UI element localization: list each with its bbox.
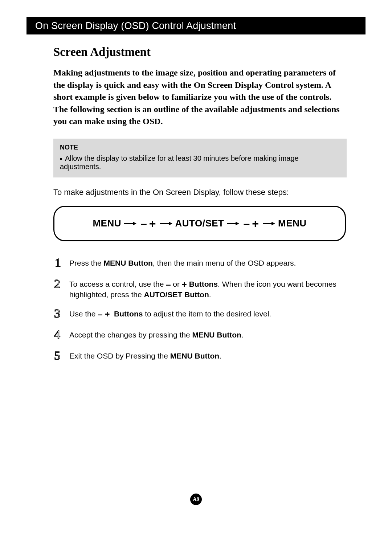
flow-diagram: MENU – + AUTO/SET – + MENU xyxy=(53,206,346,241)
note-text: Allow the display to stabilize for at le… xyxy=(60,154,340,171)
steps-list: 1 Press the MENU Button, then the main m… xyxy=(53,256,347,363)
bullet-icon xyxy=(60,158,62,160)
intro-paragraph: Making adjustments to the image size, po… xyxy=(53,67,347,128)
step-number-4-icon: 4 xyxy=(53,328,67,342)
content-area: Screen Adjustment Making adjustments to … xyxy=(53,45,347,370)
flow-menu-2: MENU xyxy=(278,218,307,229)
svg-text:2: 2 xyxy=(54,277,60,290)
step-number-3-icon: 3 xyxy=(53,307,67,321)
step-number-1-icon: 1 xyxy=(53,256,67,270)
svg-text:3: 3 xyxy=(54,307,60,320)
plus-icon: + xyxy=(252,218,259,229)
step-1: 1 Press the MENU Button, then the main m… xyxy=(53,256,347,270)
svg-marker-5 xyxy=(236,222,239,225)
step-4-text: Accept the changes by pressing the MENU … xyxy=(69,328,244,340)
plus-icon: + xyxy=(182,279,187,289)
minus-icon: – xyxy=(98,309,102,319)
section-title: Screen Adjustment xyxy=(53,45,347,59)
note-box: NOTE Allow the display to stabilize for … xyxy=(53,139,347,177)
page-number: A8 xyxy=(190,494,202,505)
svg-marker-1 xyxy=(133,222,136,225)
step-2: 2 To access a control, use the – or + Bu… xyxy=(53,277,347,300)
step-3: 3 Use the – + Buttons to adjust the item… xyxy=(53,307,347,321)
step-2-text: To access a control, use the – or + Butt… xyxy=(69,277,347,300)
step-3-text: Use the – + Buttons to adjust the item t… xyxy=(69,307,271,319)
step-number-2-icon: 2 xyxy=(53,277,67,291)
plus-icon: + xyxy=(149,218,156,229)
note-content: Allow the display to stabilize for at le… xyxy=(60,154,299,171)
step-5-text: Exit the OSD by Pressing the MENU Button… xyxy=(69,349,221,361)
minus-icon: – xyxy=(243,218,250,229)
step-number-5-icon: 5 xyxy=(53,349,67,363)
svg-marker-7 xyxy=(271,222,275,225)
svg-text:4: 4 xyxy=(54,328,60,341)
svg-text:1: 1 xyxy=(55,256,61,269)
step-5: 5 Exit the OSD by Pressing the MENU Butt… xyxy=(53,349,347,363)
arrow-icon xyxy=(124,221,136,226)
arrow-icon xyxy=(160,221,172,226)
arrow-icon xyxy=(263,221,275,226)
svg-text:5: 5 xyxy=(54,349,60,362)
arrow-icon xyxy=(227,221,239,226)
note-label: NOTE xyxy=(60,144,340,151)
flow-menu-1: MENU xyxy=(93,218,121,229)
steps-intro: To make adjustments in the On Screen Dis… xyxy=(53,188,347,197)
page-header: On Screen Display (OSD) Control Adjustme… xyxy=(26,17,366,34)
step-4: 4 Accept the changes by pressing the MEN… xyxy=(53,328,347,342)
step-1-text: Press the MENU Button, then the main men… xyxy=(69,256,296,268)
flow-autoset: AUTO/SET xyxy=(175,218,224,229)
minus-icon: – xyxy=(140,218,147,229)
svg-marker-3 xyxy=(169,222,172,225)
plus-icon: + xyxy=(105,309,110,319)
minus-icon: – xyxy=(166,279,171,289)
